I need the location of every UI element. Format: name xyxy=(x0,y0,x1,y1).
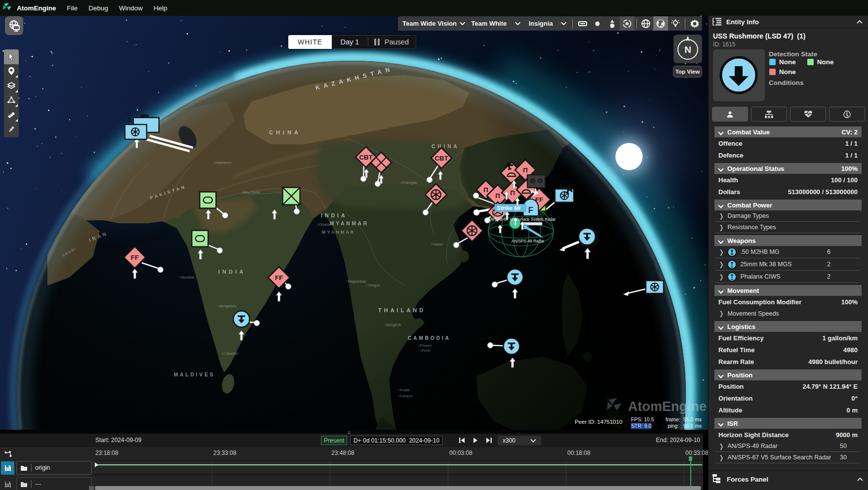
svg-text:○Kuala: ○Kuala xyxy=(398,388,410,392)
svg-text:MALDIVES: MALDIVES xyxy=(174,372,215,377)
svg-text:FF: FF xyxy=(275,274,283,282)
svg-text:○Naypyidaw: ○Naypyidaw xyxy=(346,279,366,284)
svg-text:F: F xyxy=(528,205,533,215)
svg-text:MYANMAR: MYANMAR xyxy=(322,230,355,235)
svg-text:INDIA: INDIA xyxy=(218,269,246,275)
svg-text:N: N xyxy=(684,44,691,55)
svg-text:THAILAND: THAILAND xyxy=(378,307,426,313)
svg-text:○Mumbai: ○Mumbai xyxy=(179,275,195,280)
svg-text:○Bangkok: ○Bangkok xyxy=(384,323,401,327)
svg-text:AN/SPS-49 Radar: AN/SPS-49 Radar xyxy=(512,239,545,244)
svg-text:Π: Π xyxy=(510,189,514,197)
svg-text:○Colombo: ○Colombo xyxy=(221,351,238,356)
svg-text:CHINA: CHINA xyxy=(432,144,460,149)
svg-text:AN/SPS-67 V5 Surface Search Ra: AN/SPS-67 V5 Surface Search Radar xyxy=(488,217,556,222)
svg-text:○Hashkent: ○Hashkent xyxy=(213,161,232,165)
svg-text:MYANMAR: MYANMAR xyxy=(330,221,369,226)
svg-text:CHINA: CHINA xyxy=(269,129,301,135)
svg-text:CBT: CBT xyxy=(434,155,448,162)
svg-text:FF: FF xyxy=(131,254,139,261)
svg-text:○Lumpur: ○Lumpur xyxy=(398,394,413,398)
svg-text:○Phnom: ○Phnom xyxy=(418,343,432,348)
svg-text:○Yangon: ○Yangon xyxy=(365,283,380,287)
svg-text:○Penh: ○Penh xyxy=(420,348,431,353)
svg-text:○Bengaluru: ○Bengaluru xyxy=(217,304,237,308)
svg-text:○Chengdu: ○Chengdu xyxy=(400,180,417,185)
svg-text:○New Delhi: ○New Delhi xyxy=(241,190,260,195)
svg-text:Π: Π xyxy=(495,192,500,200)
svg-text:INDIA: INDIA xyxy=(321,212,348,218)
svg-text:CAMBODIA: CAMBODIA xyxy=(408,335,451,341)
svg-text:Π: Π xyxy=(483,186,488,194)
svg-text:○Hanoi: ○Hanoi xyxy=(431,242,442,246)
svg-text:CBT: CBT xyxy=(359,154,373,161)
svg-text:Π: Π xyxy=(523,166,527,174)
svg-text:○Dhaka: ○Dhaka xyxy=(317,222,330,227)
